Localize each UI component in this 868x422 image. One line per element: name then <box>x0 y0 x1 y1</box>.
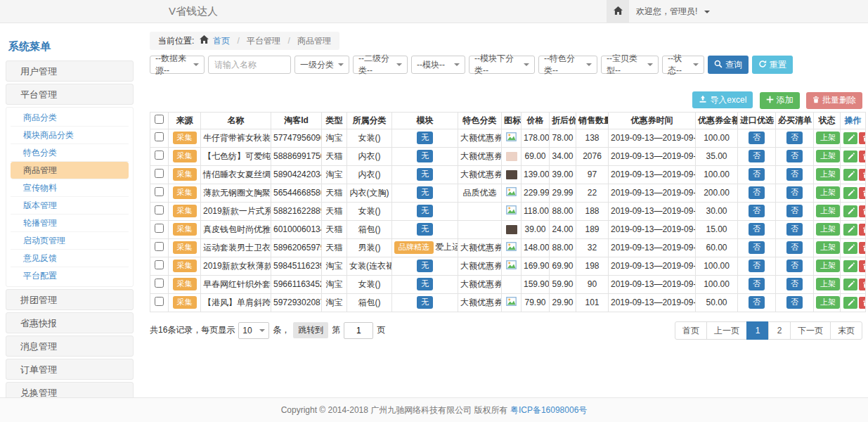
must-buy-toggle[interactable]: 否 <box>786 132 803 144</box>
row-checkbox[interactable] <box>155 205 164 215</box>
import-excel-button[interactable]: 导入excel <box>692 91 753 108</box>
sidebar-item-version-mgmt[interactable]: 版本管理 <box>11 197 129 215</box>
delete-button[interactable] <box>859 297 866 309</box>
sidebar-item-group-buy-mgmt[interactable]: 拼团管理 <box>6 289 134 310</box>
module-sub-category-select[interactable]: --模块下分类-- <box>469 56 535 74</box>
must-buy-toggle[interactable]: 否 <box>786 168 803 181</box>
row-checkbox[interactable] <box>155 187 164 196</box>
user-menu[interactable]: 欢迎您，管理员! <box>636 0 710 23</box>
row-checkbox[interactable] <box>155 224 164 233</box>
must-buy-toggle[interactable]: 否 <box>786 296 803 309</box>
icp-link[interactable]: 粤ICP备16098006号 <box>510 405 587 415</box>
import-select-toggle[interactable]: 否 <box>749 278 765 290</box>
must-buy-toggle[interactable]: 否 <box>786 260 803 272</box>
sidebar-item-savings-express[interactable]: 省惠快报 <box>6 312 134 333</box>
row-checkbox[interactable] <box>155 242 164 251</box>
delete-button[interactable] <box>859 260 866 272</box>
batch-delete-button[interactable]: 批量删除 <box>806 92 862 109</box>
status-badge[interactable]: 上架 <box>816 223 840 236</box>
must-buy-toggle[interactable]: 否 <box>786 186 803 199</box>
must-buy-toggle[interactable]: 否 <box>786 278 803 290</box>
row-checkbox[interactable] <box>155 132 164 141</box>
status-badge[interactable]: 上架 <box>816 241 840 254</box>
edit-button[interactable] <box>843 187 857 199</box>
edit-button[interactable] <box>843 169 857 181</box>
delete-button[interactable] <box>859 224 866 236</box>
sidebar-item-goods-category[interactable]: 商品分类 <box>11 109 129 127</box>
sidebar-item-platform-config[interactable]: 平台配置 <box>11 267 129 285</box>
data-source-select[interactable]: --数据来源-- <box>150 56 205 74</box>
module-select[interactable]: --模块-- <box>411 56 465 74</box>
page-button[interactable]: 下一页 <box>790 321 831 340</box>
must-buy-toggle[interactable]: 否 <box>786 241 803 254</box>
delete-button[interactable] <box>859 151 866 162</box>
jump-page-input[interactable] <box>344 322 373 339</box>
add-button[interactable]: 添加 <box>760 92 800 109</box>
edit-button[interactable] <box>843 205 857 217</box>
edit-button[interactable] <box>843 297 857 309</box>
delete-button[interactable] <box>859 187 866 199</box>
page-button[interactable]: 末页 <box>830 321 862 340</box>
item-type-select[interactable]: --宝贝类型-- <box>601 56 659 74</box>
sidebar-item-feedback[interactable]: 意见反馈 <box>11 250 129 267</box>
delete-button[interactable] <box>859 169 866 181</box>
level2-category-select[interactable]: --二级分类-- <box>353 56 408 74</box>
delete-button[interactable] <box>859 132 866 144</box>
status-badge[interactable]: 上架 <box>816 132 840 144</box>
sidebar-item-promo-material[interactable]: 宣传物料 <box>11 179 129 197</box>
sidebar-item-feature-category[interactable]: 特色分类 <box>11 144 129 162</box>
row-checkbox[interactable] <box>155 297 164 306</box>
row-checkbox[interactable] <box>155 169 164 178</box>
sidebar-item-order-mgmt[interactable]: 订单管理 <box>6 359 134 380</box>
edit-button[interactable] <box>843 242 857 254</box>
must-buy-toggle[interactable]: 否 <box>786 150 803 162</box>
jump-button[interactable]: 跳转到 <box>293 322 328 338</box>
name-input[interactable] <box>208 56 291 74</box>
import-select-toggle[interactable]: 否 <box>749 186 765 199</box>
reset-button[interactable]: 重置 <box>752 56 793 74</box>
feature-category-select[interactable]: --特色分类-- <box>538 56 597 74</box>
import-select-toggle[interactable]: 否 <box>749 241 765 254</box>
query-button[interactable]: 查询 <box>708 56 749 74</box>
status-badge[interactable]: 上架 <box>816 205 840 217</box>
edit-button[interactable] <box>843 279 857 290</box>
must-buy-toggle[interactable]: 否 <box>786 223 803 236</box>
sidebar-item-user-mgmt[interactable]: 用户管理 <box>6 60 134 82</box>
delete-button[interactable] <box>859 205 866 217</box>
delete-button[interactable] <box>859 279 866 290</box>
page-button[interactable]: 上一页 <box>706 321 747 340</box>
edit-button[interactable] <box>843 260 857 272</box>
edit-button[interactable] <box>843 151 857 162</box>
level1-category-select[interactable]: 一级分类 <box>294 56 349 74</box>
must-buy-toggle[interactable]: 否 <box>786 205 803 217</box>
import-select-toggle[interactable]: 否 <box>749 260 765 272</box>
edit-button[interactable] <box>843 132 857 144</box>
row-checkbox[interactable] <box>155 279 164 288</box>
import-select-toggle[interactable]: 否 <box>749 205 765 217</box>
import-select-toggle[interactable]: 否 <box>749 132 765 144</box>
row-checkbox[interactable] <box>155 260 164 269</box>
sidebar-item-platform-mgmt[interactable]: 平台管理 <box>6 84 134 105</box>
page-button[interactable]: 1 <box>746 321 769 340</box>
delete-button[interactable] <box>859 242 866 254</box>
status-badge[interactable]: 上架 <box>816 296 840 309</box>
edit-button[interactable] <box>843 224 857 236</box>
status-badge[interactable]: 上架 <box>816 150 840 162</box>
row-checkbox[interactable] <box>155 151 164 160</box>
sidebar-item-splash-page-mgmt[interactable]: 启动页管理 <box>11 232 129 250</box>
status-badge[interactable]: 上架 <box>816 186 840 199</box>
home-shortcut-button[interactable] <box>607 0 629 23</box>
import-select-toggle[interactable]: 否 <box>749 168 765 181</box>
sidebar-item-carousel-mgmt[interactable]: 轮播管理 <box>11 215 129 232</box>
sidebar-item-goods-mgmt[interactable]: 商品管理 <box>11 162 129 179</box>
import-select-toggle[interactable]: 否 <box>749 296 765 309</box>
page-button[interactable]: 首页 <box>675 321 707 340</box>
breadcrumb-home-link[interactable]: 首页 <box>213 36 230 46</box>
status-badge[interactable]: 上架 <box>816 278 840 290</box>
sidebar-item-message-mgmt[interactable]: 消息管理 <box>6 335 134 357</box>
page-button[interactable]: 2 <box>768 321 791 340</box>
import-select-toggle[interactable]: 否 <box>749 223 765 236</box>
status-badge[interactable]: 上架 <box>816 260 840 272</box>
page-size-select[interactable]: 10 <box>238 322 269 339</box>
select-all-checkbox[interactable] <box>155 115 164 124</box>
